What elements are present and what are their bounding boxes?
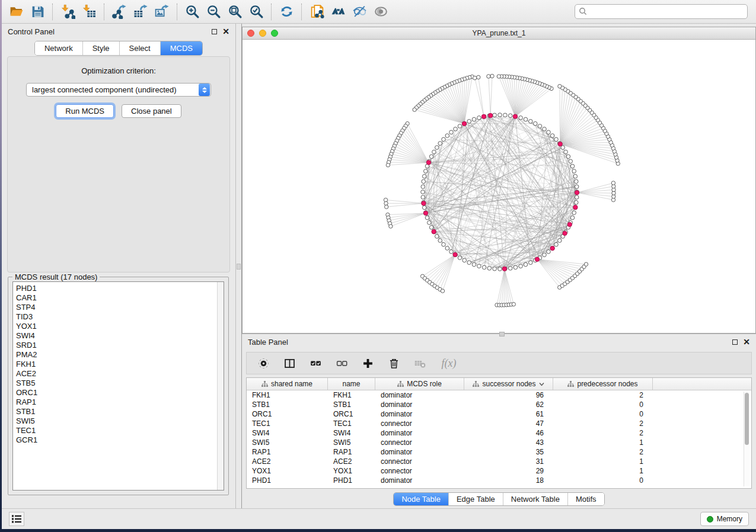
table-scrollbar-thumb[interactable]	[745, 393, 749, 445]
mcds-result-item[interactable]: GCR1	[13, 435, 224, 445]
column-header-MCDS-role[interactable]: MCDS role	[375, 378, 464, 390]
split-panel-button[interactable]	[282, 356, 296, 370]
close-table-panel-icon[interactable]: ✕	[743, 339, 750, 345]
add-button[interactable]	[361, 356, 375, 370]
mcds-result-item[interactable]: SWI4	[13, 331, 224, 341]
tab-network-table[interactable]: Network Table	[503, 493, 567, 505]
zoom-in-button[interactable]	[181, 2, 203, 21]
table-row[interactable]: SWI5SWI5connector431	[247, 438, 751, 447]
close-panel-button[interactable]: Close panel	[122, 104, 181, 118]
open-folder-icon	[9, 4, 24, 19]
mcds-result-item[interactable]: SWI5	[13, 416, 224, 426]
export-network-button[interactable]	[109, 2, 130, 21]
tab-select[interactable]: Select	[119, 41, 160, 55]
vertical-splitter[interactable]	[235, 24, 242, 508]
tab-motifs[interactable]: Motifs	[567, 493, 604, 505]
mcds-result-item[interactable]: ORC1	[13, 388, 224, 398]
deselect-all-button[interactable]	[334, 356, 349, 370]
memory-button[interactable]: Memory	[700, 512, 749, 526]
mcds-result-list[interactable]: PHD1CAR1STP4TID3YOX1SWI4SRD1PMA2FKH1ACE2…	[12, 281, 224, 491]
mcds-result-item[interactable]: STB1	[13, 407, 224, 416]
mcds-result-item[interactable]: SRD1	[13, 341, 224, 350]
memory-status-icon	[707, 516, 713, 523]
criterion-dropdown[interactable]: largest connected component (undirected)	[26, 83, 211, 97]
network-titlebar[interactable]: YPA_prune.txt_1	[243, 27, 755, 40]
table-panel-grip[interactable]	[499, 332, 505, 336]
trash-button[interactable]	[387, 356, 401, 370]
table-row[interactable]: STB1STB1dominator620	[247, 400, 751, 409]
tab-network[interactable]: Network	[35, 41, 82, 55]
table-scrollbar[interactable]	[744, 392, 749, 486]
column-header-successor-nodes[interactable]: successor nodes	[464, 378, 553, 390]
network-graph[interactable]	[243, 40, 755, 333]
export-image-button[interactable]	[151, 2, 173, 21]
mcds-result-item[interactable]: TEC1	[13, 426, 224, 435]
column-header-predecessor-nodes[interactable]: predecessor nodes	[553, 378, 653, 390]
column-label: successor nodes	[482, 380, 535, 388]
mcds-result-item[interactable]: PMA2	[13, 350, 224, 360]
column-type-icon	[397, 381, 404, 387]
tab-edge-table[interactable]: Edge Table	[448, 493, 503, 505]
refresh-button[interactable]	[276, 2, 297, 21]
mcds-result-item[interactable]: TID3	[13, 312, 224, 322]
table-row[interactable]: ACE2ACE2connector311	[247, 457, 751, 466]
table-row[interactable]: PHD1PHD1dominator180	[247, 476, 751, 485]
cell-successor-nodes: 31	[464, 457, 553, 466]
table-panel-title: Table Panel	[248, 338, 288, 347]
cell-name: RAP1	[328, 448, 375, 456]
toolbar-separator	[52, 4, 53, 20]
table-row[interactable]: YOX1YOX1connector291	[247, 466, 751, 476]
gear-button[interactable]	[256, 356, 270, 370]
cell-successor-nodes: 46	[464, 429, 553, 437]
table-row[interactable]: ORC1ORC1dominator610	[247, 409, 751, 419]
close-panel-icon[interactable]: ✕	[222, 28, 229, 34]
import-table-button[interactable]	[78, 2, 100, 21]
search-input[interactable]	[575, 4, 748, 19]
birdseye-button[interactable]	[370, 2, 391, 21]
tab-style[interactable]: Style	[82, 41, 119, 55]
select-all-button[interactable]	[308, 356, 323, 370]
save-floppy-icon	[30, 4, 45, 19]
hide-glasses-button[interactable]	[349, 2, 370, 21]
table-row[interactable]: SWI4SWI4dominator462	[247, 428, 751, 438]
cell-successor-nodes: 96	[464, 391, 553, 399]
mcds-result-item[interactable]: STP4	[13, 303, 224, 312]
mcds-result-item[interactable]: PHD1	[13, 284, 224, 293]
cell-shared-name: RAP1	[247, 448, 328, 456]
mcds-result-item[interactable]: CAR1	[13, 293, 224, 303]
import-network-button[interactable]	[57, 2, 78, 21]
network-canvas[interactable]	[243, 40, 755, 333]
task-history-button[interactable]	[9, 512, 24, 526]
zoom-out-button[interactable]	[203, 2, 224, 21]
float-panel-icon[interactable]	[212, 29, 217, 34]
mcds-result-item[interactable]: ACE2	[13, 369, 224, 379]
tab-mcds[interactable]: MCDS	[160, 41, 202, 55]
mcds-result-item[interactable]: YOX1	[13, 322, 224, 331]
float-table-panel-icon[interactable]	[732, 339, 738, 345]
table-row[interactable]: RAP1RAP1dominator352	[247, 447, 751, 457]
toolbar-separator	[177, 4, 177, 20]
table-row[interactable]: FKH1FKH1dominator962	[247, 390, 751, 400]
binoculars-button[interactable]	[327, 2, 349, 21]
cell-predecessor-nodes: 0	[553, 400, 653, 409]
tab-node-table[interactable]: Node Table	[394, 493, 448, 505]
mcds-result-title: MCDS result (17 nodes)	[12, 273, 100, 281]
table-row[interactable]: TEC1TEC1connector472	[247, 419, 751, 428]
column-header-shared-name[interactable]: shared name	[247, 378, 328, 390]
column-header-name[interactable]: name	[328, 378, 375, 390]
cell-MCDS-role: connector	[375, 419, 464, 428]
zoom-selected-button[interactable]	[245, 2, 267, 21]
mcds-result-item[interactable]: RAP1	[13, 398, 224, 407]
export-table-button[interactable]	[130, 2, 151, 21]
splitter-grip[interactable]	[237, 264, 241, 270]
save-floppy-button[interactable]	[27, 2, 48, 21]
node-table[interactable]: shared namenameMCDS rolesuccessor nodesp…	[246, 377, 752, 489]
export-document-button[interactable]	[306, 2, 327, 21]
result-list-scrollbar[interactable]	[217, 282, 224, 490]
mcds-result-item[interactable]: STB5	[13, 379, 224, 388]
mcds-result-item[interactable]: FKH1	[13, 360, 224, 369]
zoom-fit-button[interactable]	[224, 2, 245, 21]
open-folder-button[interactable]	[5, 2, 27, 21]
cell-shared-name: FKH1	[247, 391, 328, 399]
run-mcds-button[interactable]: Run MCDS	[56, 104, 114, 118]
